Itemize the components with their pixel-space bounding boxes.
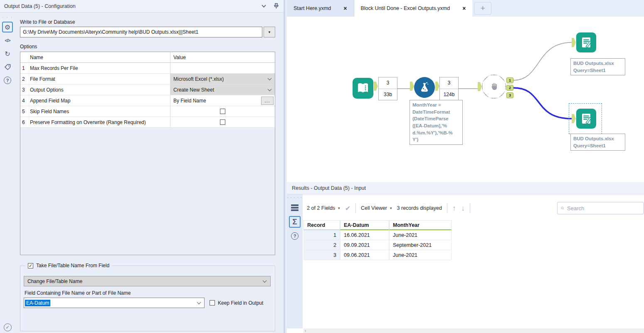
output-annotation-bottom[interactable]: BUD Outputs.xlsx Query=Sheet1 — [570, 134, 625, 151]
collapse-panel-button[interactable] — [261, 3, 266, 9]
block-until-done-tool[interactable] — [482, 75, 506, 99]
scroll-left-icon[interactable]: ‹ — [305, 328, 306, 333]
code-icon: </> — [5, 38, 10, 43]
pin-panel-button[interactable] — [273, 3, 279, 9]
configuration-panel-header: Output Data (5) - Configuration — [0, 0, 284, 12]
chevron-down-icon — [197, 300, 201, 304]
take-file-name-label: Take File/Table Name From Field — [36, 263, 109, 268]
search-icon — [561, 205, 564, 211]
options-grid-header: Name Value — [20, 52, 275, 63]
take-file-name-checkbox[interactable]: ✓ — [28, 263, 33, 268]
output-path-input[interactable]: G:\My Drive\My Documents\Alteryx\Communi… — [20, 27, 262, 37]
column-header-record[interactable]: Record — [303, 220, 340, 230]
configuration-tab-strip: · · · ⚙ </> ↻ ? ✓ — [0, 13, 15, 333]
tab-results-help[interactable]: ? — [289, 230, 301, 242]
column-header-ea-datum[interactable]: EA-Datum — [340, 220, 389, 230]
append-field-map-browse-button[interactable]: ... — [261, 97, 274, 105]
tab-annotation[interactable] — [2, 62, 13, 72]
tab-table-view[interactable] — [289, 202, 301, 214]
new-workflow-button[interactable]: + — [474, 2, 491, 15]
tab-run-settings[interactable]: ↻ — [2, 48, 13, 59]
keep-field-checkbox[interactable] — [210, 300, 215, 306]
file-format-select[interactable]: Microsoft Excel (*.xlsx) — [170, 74, 275, 84]
status-area: ✓ — [4, 323, 12, 331]
configuration-panel-title: Output Data (5) - Configuration — [4, 3, 254, 9]
record-count: 3 — [440, 77, 458, 89]
tab-xml-view[interactable]: </> — [2, 35, 13, 46]
max-records-value[interactable] — [170, 63, 275, 73]
divider — [447, 203, 447, 213]
output-data-tool-top[interactable] — [576, 32, 596, 52]
workflow-canvas[interactable]: 3 33b 3 124b MonthYear = DateTimeFormat … — [287, 17, 644, 182]
output-data-tool-bottom[interactable] — [576, 109, 596, 129]
sigma-icon: Σ — [292, 217, 297, 226]
option-row-skip-field-names[interactable]: 5 Skip Field Names — [20, 106, 275, 117]
append-field-map-value: By Field Name — [173, 98, 206, 104]
search-input[interactable] — [567, 205, 640, 211]
pin-icon — [273, 3, 279, 9]
change-file-table-name-select[interactable]: Change File/Table Name — [24, 276, 271, 286]
option-row-preserve-formatting[interactable]: 6 Preserve Formatting on Overwrite (Rang… — [20, 117, 275, 128]
text-input-tool[interactable] — [353, 78, 373, 99]
formula-tool[interactable] — [414, 77, 435, 98]
workflow-tab-bar: Start Here.yxmd × Block Until Done - Exc… — [287, 0, 644, 17]
close-icon[interactable]: × — [462, 5, 466, 12]
tab-help[interactable]: ? — [2, 75, 13, 86]
drag-handle-icon[interactable]: · · · — [2, 15, 13, 20]
output-file-icon — [580, 112, 593, 125]
field-name-selected-value: EA-Datum — [25, 300, 50, 306]
option-row-max-records[interactable]: 1 Max Records Per File — [20, 63, 275, 74]
valid-check-icon: ✓ — [4, 323, 12, 331]
results-panel-header: Results - Output Data (5) - Input — [287, 182, 644, 194]
rows-icon — [291, 204, 299, 211]
tab-block-until-done[interactable]: Block Until Done - Excel Outputs.yxmd × — [354, 0, 473, 17]
bud-output-anchor-2[interactable]: 2 — [506, 85, 513, 91]
formula-annotation[interactable]: MonthYear = DateTimeFormat (DateTimePars… — [410, 100, 463, 145]
tab-configuration[interactable]: ⚙ — [2, 22, 13, 32]
arrow-down-icon[interactable]: ↓ — [461, 204, 465, 213]
bud-output-anchor-1[interactable]: 1 — [506, 77, 513, 83]
field-name-combobox[interactable]: EA-Datum — [24, 298, 205, 308]
question-icon: ? — [291, 232, 299, 240]
path-dropdown-button[interactable]: ▼ — [264, 27, 275, 37]
option-row-append-field-map[interactable]: 4 Append Field Map By Field Name ... — [20, 95, 275, 106]
tab-label: Start Here.yxmd — [294, 5, 331, 11]
option-row-output-options[interactable]: 3 Output Options Create New Sheet — [20, 84, 275, 95]
output-options-select[interactable]: Create New Sheet — [170, 84, 275, 95]
chevron-down-icon — [263, 278, 267, 283]
stop-hand-icon — [489, 81, 499, 92]
horizontal-scrollbar[interactable]: ‹ — [303, 328, 644, 333]
option-row-file-format[interactable]: 2 File Format Microsoft Excel (*.xlsx) — [20, 74, 275, 84]
column-header-monthyear[interactable]: MonthYear — [389, 220, 452, 230]
close-icon[interactable]: × — [343, 5, 347, 12]
record-count-box[interactable]: 3 33b — [378, 77, 397, 100]
preserve-formatting-checkbox[interactable] — [220, 119, 225, 125]
apply-check-icon[interactable]: ✔ — [345, 204, 350, 212]
arrow-up-icon[interactable]: ↑ — [452, 204, 456, 213]
dropdown-arrow-icon: ▼ — [268, 30, 271, 34]
table-row[interactable]: 2 09.09.2021 September-2021 — [303, 240, 452, 250]
input-book-icon — [356, 81, 370, 95]
results-panel: · · · · · Σ ? 2 of 2 Fields ▾ ✔ Cell Vie… — [287, 194, 644, 333]
gear-icon: ⚙ — [5, 23, 10, 31]
chevron-down-icon — [268, 76, 272, 80]
flask-icon — [418, 81, 431, 94]
tab-data-view[interactable]: Σ — [289, 216, 301, 228]
tab-start-here[interactable]: Start Here.yxmd × — [287, 0, 354, 17]
byte-count: 33b — [379, 89, 397, 100]
options-label: Options — [20, 44, 275, 50]
drag-handle-icon[interactable]: · · · · · — [287, 195, 303, 200]
output-annotation-top[interactable]: BUD Outputs.xlsx Query=Sheet1 — [570, 58, 625, 75]
search-box[interactable] — [557, 202, 644, 214]
record-count-box[interactable]: 3 124b — [439, 77, 459, 100]
write-to-file-label: Write to File or Database — [20, 19, 275, 25]
skip-field-names-checkbox[interactable] — [220, 109, 225, 114]
table-row[interactable]: 3 09.06.2021 June-2021 — [303, 250, 452, 260]
fields-dropdown[interactable]: 2 of 2 Fields ▾ — [307, 205, 340, 211]
table-row[interactable]: 1 16.06.2021 June-2021 — [303, 230, 452, 240]
results-table-header: Record EA-Datum MonthYear — [303, 220, 452, 230]
record-count: 3 — [379, 77, 397, 89]
bud-output-anchor-3[interactable]: 3 — [506, 92, 513, 98]
keep-field-label: Keep Field in Output — [218, 300, 263, 306]
cell-viewer-dropdown[interactable]: Cell Viewer ▾ — [361, 205, 392, 211]
